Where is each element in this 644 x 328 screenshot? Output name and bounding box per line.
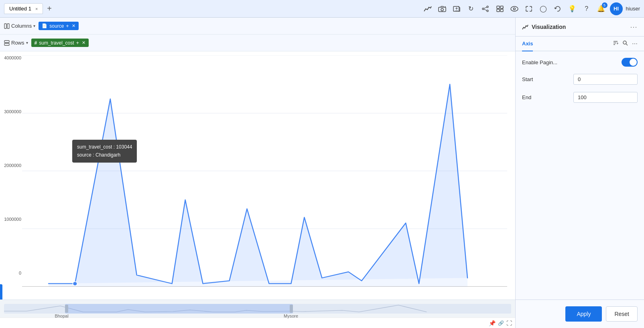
- enable-paging-label: Enable Pagin...: [522, 59, 557, 65]
- svg-rect-9: [497, 6, 500, 8]
- left-accent-bar: [0, 284, 2, 299]
- columns-row: Columns ▾ 📄 source + ✕: [0, 18, 515, 35]
- help-icon[interactable]: ?: [581, 3, 592, 14]
- svg-point-6: [482, 8, 484, 10]
- rows-chip-add[interactable]: +: [76, 40, 79, 46]
- columns-arrow: ▾: [33, 24, 35, 28]
- svg-point-5: [487, 10, 488, 12]
- topbar-icons: ▾ ↻ ▾ ◯ 💡 ?: [422, 2, 640, 15]
- panel-footer: Apply Reset: [516, 299, 644, 328]
- main-layout: Columns ▾ 📄 source + ✕ Rows ▾ # sum_trav…: [0, 18, 644, 328]
- scrollbar-handle-left[interactable]: [65, 305, 68, 313]
- svg-rect-17: [7, 24, 9, 29]
- notification-badge: 5: [602, 2, 607, 8]
- svg-line-7: [484, 7, 487, 8]
- y-label-1m: 1000000: [2, 217, 21, 222]
- expand-bottom-icon[interactable]: ⛶: [506, 320, 512, 326]
- start-input[interactable]: [573, 74, 638, 85]
- svg-point-39: [623, 41, 626, 44]
- export-icon[interactable]: [451, 3, 462, 14]
- y-label-4m: 4000000: [2, 55, 21, 60]
- toggle-knob: [630, 59, 637, 66]
- tab-bar: Untitled 1 × +: [4, 3, 54, 14]
- expand-icon[interactable]: [523, 3, 534, 14]
- columns-label[interactable]: Columns ▾: [4, 23, 35, 29]
- rows-chip[interactable]: # sum_travel_cost + ✕: [31, 39, 89, 47]
- apply-button[interactable]: Apply: [565, 306, 602, 322]
- line-chart-svg: Bhopal Chennai Dehradun Guwahati Jabalpu…: [22, 55, 507, 287]
- columns-icon: [4, 23, 10, 29]
- user-name[interactable]: hiuser: [626, 6, 640, 12]
- enable-paging-toggle[interactable]: [622, 58, 638, 67]
- eye-icon[interactable]: [509, 3, 520, 14]
- panel-header: Visualization ⋯: [516, 18, 644, 37]
- circle-icon[interactable]: ◯: [538, 3, 549, 14]
- pin-icon[interactable]: 📌: [489, 320, 496, 326]
- source-chip-close[interactable]: ✕: [72, 23, 75, 29]
- svg-rect-18: [4, 41, 9, 43]
- chart-canvas: 4000000 3000000 2000000 1000000 0: [0, 51, 515, 299]
- panel-content: Enable Pagin... Start End: [516, 51, 644, 299]
- panel-title: Visualization: [532, 24, 566, 30]
- y-label-2m: 2000000: [2, 163, 21, 168]
- link-icon[interactable]: 🔗: [498, 320, 504, 326]
- search-icon[interactable]: [622, 40, 628, 47]
- rows-chip-label: sum_travel_cost: [39, 40, 74, 46]
- end-label: End: [522, 94, 531, 100]
- svg-point-27: [73, 281, 77, 285]
- rows-row: Rows ▾ # sum_travel_cost + ✕: [0, 35, 515, 51]
- camera-icon[interactable]: ▾: [437, 3, 448, 14]
- reset-button[interactable]: Reset: [606, 306, 638, 322]
- rows-chip-close[interactable]: ✕: [82, 40, 85, 45]
- panel-tabs: Axis ⋯: [516, 37, 644, 51]
- chart-area: Columns ▾ 📄 source + ✕ Rows ▾ # sum_trav…: [0, 18, 516, 328]
- svg-line-40: [626, 44, 628, 45]
- tab-close-icon[interactable]: ×: [35, 6, 38, 11]
- source-chip-icon: 📄: [42, 23, 47, 29]
- svg-text:▾: ▾: [502, 7, 504, 9]
- y-label-0: 0: [2, 271, 21, 275]
- notification-icon[interactable]: 🔔 5: [595, 3, 607, 14]
- svg-point-14: [511, 6, 518, 11]
- sort-icon[interactable]: [613, 40, 618, 47]
- source-chip-label: source: [49, 23, 64, 29]
- avatar[interactable]: HI: [610, 2, 623, 15]
- tab-axis[interactable]: Axis: [522, 37, 533, 51]
- scrollbar-track[interactable]: Bhopal Mysore: [4, 304, 511, 314]
- panel-options-icon[interactable]: ⋯: [630, 22, 638, 31]
- svg-point-4: [487, 6, 488, 8]
- rows-label[interactable]: Rows ▾: [4, 40, 28, 46]
- rows-arrow: ▾: [26, 41, 28, 45]
- lightbulb-icon[interactable]: 💡: [567, 3, 578, 14]
- svg-rect-16: [4, 24, 6, 29]
- enable-pagination-row: Enable Pagin...: [522, 58, 638, 67]
- grid-icon[interactable]: ▾: [494, 3, 506, 14]
- tab-title: Untitled 1: [9, 6, 31, 12]
- svg-rect-3: [453, 6, 459, 11]
- svg-rect-12: [500, 9, 503, 12]
- undo-icon[interactable]: [552, 3, 563, 14]
- tab-add-button[interactable]: +: [45, 4, 54, 13]
- share-icon[interactable]: [480, 3, 491, 14]
- line-chart-icon[interactable]: [422, 3, 433, 14]
- chart-scrollbar[interactable]: Bhopal Mysore: [0, 299, 515, 318]
- scrollbar-left-label: Bhopal: [55, 314, 68, 318]
- source-chip-add[interactable]: +: [66, 23, 69, 29]
- svg-line-8: [484, 9, 487, 10]
- visualization-icon: [522, 24, 528, 30]
- tab-untitled[interactable]: Untitled 1 ×: [4, 3, 43, 14]
- panel-tab-icons: ⋯: [613, 40, 638, 47]
- dots-options-icon[interactable]: ⋯: [632, 41, 638, 47]
- rows-icon: [4, 40, 10, 46]
- rows-chip-icon: #: [35, 40, 37, 46]
- refresh-icon[interactable]: ↻: [465, 3, 477, 14]
- svg-point-15: [513, 8, 515, 10]
- scrollbar-handle-right[interactable]: [290, 305, 293, 313]
- scrollbar-selected-region[interactable]: [65, 304, 293, 314]
- svg-rect-19: [4, 43, 9, 45]
- right-panel: Visualization ⋯ Axis ⋯ Enable Pagin...: [516, 18, 644, 328]
- source-chip[interactable]: 📄 source + ✕: [39, 22, 79, 30]
- end-input[interactable]: [573, 92, 638, 103]
- y-label-3m: 3000000: [2, 109, 21, 114]
- svg-text:▾: ▾: [445, 6, 446, 8]
